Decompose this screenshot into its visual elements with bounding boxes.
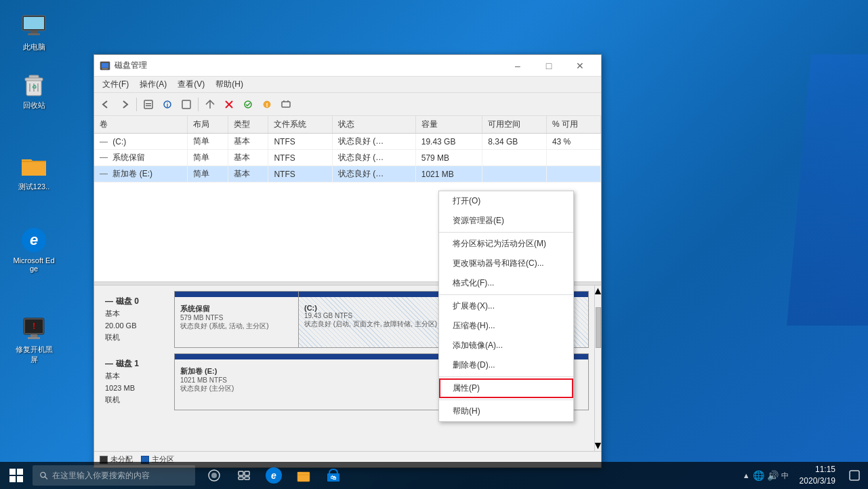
taskbar-store-btn[interactable]: 🛍 bbox=[320, 462, 347, 489]
taskbar-pinned-icons: e 🛍 bbox=[201, 462, 347, 489]
tray-volume-icon[interactable]: 🔊 bbox=[767, 470, 779, 481]
col-header-pct: % 可用 bbox=[546, 116, 600, 134]
taskbar-explorer-btn[interactable] bbox=[290, 462, 317, 489]
menu-action[interactable]: 操作(A) bbox=[134, 77, 172, 92]
toolbar-btn-6[interactable] bbox=[201, 96, 219, 113]
disk-name: —磁盘 0 bbox=[105, 295, 169, 308]
svg-rect-21 bbox=[182, 100, 190, 109]
svg-rect-40 bbox=[297, 472, 303, 475]
toolbar-btn-red[interactable] bbox=[220, 96, 238, 113]
table-cell: — (C:) bbox=[94, 134, 188, 150]
table-row[interactable]: — 系统保留简单基本NTFS状态良好 (…579 MB bbox=[94, 150, 601, 166]
tray-lang[interactable]: 中 bbox=[781, 471, 789, 481]
table-row[interactable]: — (C:)简单基本NTFS状态良好 (…19.43 GB8.34 GB43 % bbox=[94, 134, 601, 150]
taskbar: e 🛍 ▲ 🌐 🔊 中 bbox=[0, 462, 868, 489]
svg-rect-15 bbox=[102, 69, 108, 69]
monitor-icon bbox=[20, 12, 47, 39]
svg-rect-16 bbox=[144, 100, 152, 109]
taskbar-edge-btn[interactable]: e bbox=[260, 462, 287, 489]
taskbar-cortana-btn[interactable] bbox=[201, 462, 228, 489]
context-menu-separator bbox=[439, 232, 573, 233]
toolbar-btn-3[interactable] bbox=[140, 96, 157, 113]
scrollbar-down-btn[interactable]: ▼ bbox=[595, 440, 602, 451]
disk-table: 卷 布局 类型 文件系统 状态 容量 可用空间 % 可用 — (C:)简单基本N… bbox=[94, 116, 601, 182]
desktop: Eam 此电脑 ♻ 回收站 bbox=[0, 0, 868, 489]
start-icon-q3 bbox=[9, 476, 16, 482]
context-menu-item-shrink[interactable]: 压缩卷(H)... bbox=[439, 316, 573, 336]
table-cell bbox=[546, 150, 600, 166]
desktop-icon-folder[interactable]: 测试123.. bbox=[9, 149, 58, 195]
desktop-icon-this-pc-label: 此电脑 bbox=[23, 42, 45, 52]
notification-btn[interactable] bbox=[841, 462, 868, 489]
edge-icon: e bbox=[20, 227, 47, 254]
table-row[interactable]: — 新加卷 (E:)简单基本NTFS状态良好 (…1021 MB bbox=[94, 166, 601, 182]
start-icon-q4 bbox=[17, 476, 23, 482]
desktop-icon-repair-label: 修复开机黑屏 bbox=[12, 345, 56, 365]
context-menu-item-open[interactable]: 打开(O) bbox=[439, 191, 573, 211]
scrollbar-right[interactable]: ▲ ▼ bbox=[594, 286, 601, 451]
context-menu-item-delete-vol[interactable]: 删除卷(D)... bbox=[439, 355, 573, 375]
scrollbar-up-btn[interactable]: ▲ bbox=[595, 286, 602, 296]
svg-line-32 bbox=[45, 477, 47, 480]
taskbar-search[interactable] bbox=[33, 465, 195, 486]
clock-time: 11:15 bbox=[815, 464, 835, 475]
taskbar-task-view-btn[interactable] bbox=[230, 462, 257, 489]
toolbar-btn-8[interactable]: ! bbox=[258, 96, 276, 113]
col-header-type: 类型 bbox=[228, 116, 268, 134]
context-menu-item-add-mirror[interactable]: 添加镜像(A)... bbox=[439, 336, 573, 355]
context-menu-item-mark-active[interactable]: 将分区标记为活动分区(M) bbox=[439, 234, 573, 254]
svg-rect-28 bbox=[282, 102, 290, 107]
toolbar-btn-9[interactable] bbox=[277, 96, 295, 113]
disk-status: 联机 bbox=[105, 332, 169, 344]
maximize-button[interactable]: □ bbox=[533, 55, 564, 77]
close-button[interactable]: ✕ bbox=[564, 55, 596, 77]
desktop-icon-edge[interactable]: e Microsoft Edge bbox=[9, 224, 58, 275]
context-menu-item-extend[interactable]: 扩展卷(X)... bbox=[439, 296, 573, 316]
minimize-button[interactable]: – bbox=[502, 55, 533, 77]
desktop-icon-this-pc[interactable]: 此电脑 bbox=[9, 9, 58, 55]
toolbar-btn-5[interactable] bbox=[178, 96, 195, 113]
context-menu-item-change-letter[interactable]: 更改驱动器号和路径(C)... bbox=[439, 254, 573, 273]
tray-network-icon[interactable]: 🌐 bbox=[753, 470, 764, 481]
window-titlebar: 磁盘管理 – □ ✕ bbox=[94, 55, 601, 77]
menu-view[interactable]: 查看(V) bbox=[172, 77, 210, 92]
svg-rect-1 bbox=[24, 17, 44, 29]
svg-rect-35 bbox=[239, 471, 243, 475]
search-input[interactable] bbox=[52, 471, 188, 480]
taskbar-clock[interactable]: 11:15 2020/3/19 bbox=[794, 464, 841, 487]
context-menu-item-format[interactable]: 格式化(F)... bbox=[439, 273, 573, 293]
clock-date: 2020/3/19 bbox=[800, 475, 835, 487]
table-cell: NTFS bbox=[268, 134, 333, 150]
context-menu-item-properties[interactable]: 属性(P) bbox=[439, 378, 573, 398]
desktop-icon-recycle-label: 回收站 bbox=[23, 100, 45, 111]
disk-size: 1023 MB bbox=[105, 383, 169, 395]
svg-point-31 bbox=[41, 472, 45, 477]
desktop-icon-recycle[interactable]: ♻ 回收站 bbox=[9, 68, 58, 113]
context-menu-item-explorer[interactable]: 资源管理器(E) bbox=[439, 211, 573, 231]
context-menu-item-help[interactable]: 帮助(H) bbox=[439, 402, 573, 421]
partition-header-bar bbox=[175, 292, 298, 297]
taskbar-right: ▲ 🌐 🔊 中 11:15 2020/3/19 bbox=[737, 462, 868, 489]
col-header-free: 可用空间 bbox=[482, 116, 547, 134]
svg-rect-18 bbox=[146, 105, 151, 106]
toolbar-back-btn[interactable] bbox=[97, 96, 115, 113]
tray-arrow[interactable]: ▲ bbox=[743, 471, 750, 480]
context-menu-separator bbox=[439, 399, 573, 400]
menu-file[interactable]: 文件(F) bbox=[97, 77, 134, 92]
menu-help[interactable]: 帮助(H) bbox=[210, 77, 249, 92]
table-cell bbox=[482, 166, 547, 182]
partition-block[interactable]: 系统保留 579 MB NTFS 状态良好 (系统, 活动, 主分区) bbox=[175, 292, 299, 347]
toolbar-btn-7[interactable] bbox=[239, 96, 257, 113]
start-icon-q2 bbox=[17, 469, 23, 475]
toolbar-btn-4[interactable]: i bbox=[159, 96, 176, 113]
desktop-icon-repair[interactable]: ! 修复开机黑屏 bbox=[9, 312, 58, 368]
svg-rect-6 bbox=[25, 78, 43, 81]
start-button[interactable] bbox=[0, 462, 33, 489]
table-cell: NTFS bbox=[268, 166, 333, 182]
toolbar-forward-btn[interactable] bbox=[116, 96, 133, 113]
table-cell: — 新加卷 (E:) bbox=[94, 166, 188, 182]
col-header-capacity: 容量 bbox=[415, 116, 482, 134]
sys-tray: ▲ 🌐 🔊 中 bbox=[737, 462, 794, 489]
svg-rect-38 bbox=[245, 477, 249, 480]
scrollbar-thumb[interactable] bbox=[596, 307, 601, 348]
